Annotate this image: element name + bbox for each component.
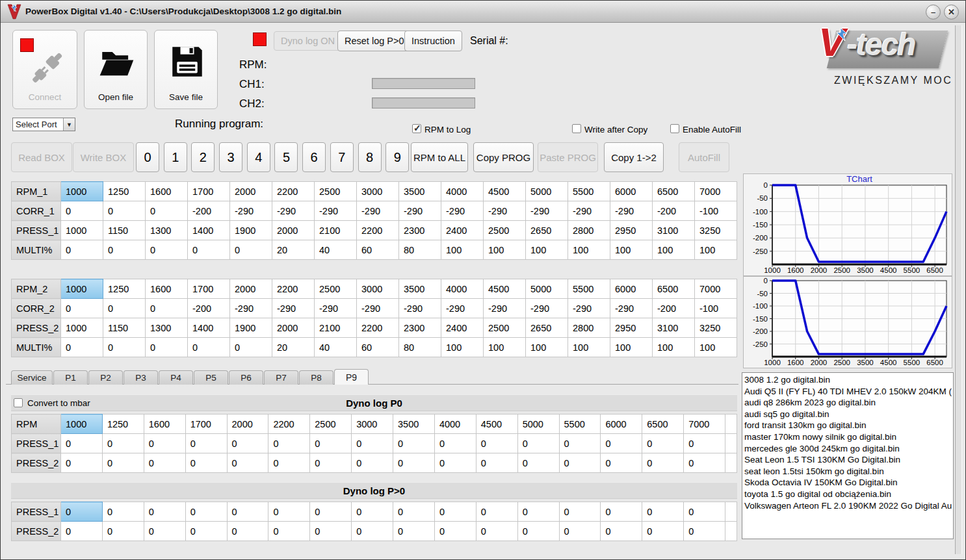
cell[interactable]: 5500: [559, 414, 601, 434]
select-port-dropdown[interactable]: Select Port ▼: [12, 118, 75, 131]
cell[interactable]: 0: [310, 502, 352, 522]
cell[interactable]: 100: [610, 240, 653, 260]
cell[interactable]: 2950: [610, 318, 653, 338]
program-button-1[interactable]: 1: [164, 142, 187, 172]
cell[interactable]: 0: [103, 201, 146, 221]
cell[interactable]: 4000: [441, 182, 484, 201]
cell[interactable]: 2500: [484, 221, 526, 240]
instruction-button[interactable]: Instruction: [404, 31, 462, 51]
cell[interactable]: 1000: [61, 318, 103, 338]
read-box-button[interactable]: Read BOX: [11, 142, 72, 172]
cell[interactable]: 0: [188, 240, 230, 260]
cell[interactable]: 3000: [352, 414, 393, 434]
open-file-button[interactable]: Open file: [84, 30, 148, 109]
cell[interactable]: 5000: [517, 414, 559, 434]
cell[interactable]: 0: [227, 502, 268, 522]
cell[interactable]: 0: [559, 434, 601, 453]
cell[interactable]: 0: [185, 522, 227, 541]
cell[interactable]: 40: [315, 338, 357, 357]
cell[interactable]: 0: [559, 502, 601, 522]
cell[interactable]: 0: [393, 502, 435, 522]
cell[interactable]: 0: [102, 453, 144, 473]
autofill-button[interactable]: AutoFill: [679, 142, 729, 172]
cell[interactable]: 20: [272, 338, 315, 357]
cell[interactable]: 0: [642, 453, 684, 473]
cell[interactable]: 2400: [441, 318, 484, 338]
tab-p4[interactable]: P4: [159, 370, 193, 385]
cell[interactable]: 0: [144, 453, 185, 473]
cell[interactable]: 0: [146, 338, 188, 357]
cell[interactable]: 2300: [399, 221, 441, 240]
cell[interactable]: 0: [310, 453, 352, 473]
cell[interactable]: 2100: [315, 221, 357, 240]
cell[interactable]: 2200: [272, 182, 315, 201]
cell[interactable]: 0: [230, 338, 272, 357]
cell[interactable]: -100: [695, 299, 737, 318]
cell[interactable]: 4500: [484, 182, 526, 201]
cell[interactable]: -290: [441, 299, 484, 318]
cell[interactable]: 0: [310, 522, 352, 541]
cell[interactable]: 0: [393, 522, 435, 541]
cell[interactable]: 1900: [230, 318, 272, 338]
file-list-item[interactable]: master 170km nowy silnik go digital.bin: [744, 431, 953, 443]
cell[interactable]: 0: [684, 502, 725, 522]
close-button[interactable]: ✕: [944, 5, 959, 19]
file-list-item[interactable]: ford transit 130km go digital.bin: [744, 420, 953, 431]
file-list-item[interactable]: 3008 1.2 go digital.bin: [744, 374, 953, 386]
cell[interactable]: -200: [188, 201, 230, 221]
cell[interactable]: 3000: [357, 182, 399, 201]
cell[interactable]: 0: [103, 240, 146, 260]
cell[interactable]: 2650: [526, 221, 568, 240]
cell[interactable]: 60: [357, 338, 399, 357]
cell[interactable]: -290: [610, 201, 653, 221]
cell[interactable]: -290: [526, 201, 568, 221]
cell[interactable]: 1700: [188, 182, 230, 201]
connect-button[interactable]: Connect: [12, 30, 77, 109]
cell[interactable]: 0: [146, 201, 188, 221]
tab-p7[interactable]: P7: [264, 370, 298, 385]
cell[interactable]: -290: [272, 201, 315, 221]
cell[interactable]: 0: [230, 240, 272, 260]
tab-p1[interactable]: P1: [53, 370, 88, 385]
cell[interactable]: 0: [188, 338, 230, 357]
cell[interactable]: 0: [268, 434, 310, 453]
write-box-button[interactable]: Write BOX: [73, 142, 134, 172]
cell[interactable]: 100: [484, 240, 526, 260]
cell[interactable]: 0: [684, 434, 725, 453]
cell[interactable]: 4000: [441, 279, 484, 299]
tab-p2[interactable]: P2: [88, 370, 123, 385]
cell[interactable]: 1000: [61, 182, 103, 201]
cell[interactable]: 0: [393, 434, 435, 453]
cell[interactable]: 2200: [357, 318, 399, 338]
cell[interactable]: 0: [144, 502, 185, 522]
cell[interactable]: 2800: [568, 221, 610, 240]
cell[interactable]: 6000: [601, 414, 642, 434]
cell[interactable]: 0: [434, 453, 476, 473]
tab-p8[interactable]: P8: [299, 370, 333, 385]
cell[interactable]: 0: [601, 522, 642, 541]
cell[interactable]: 100: [441, 240, 484, 260]
cell[interactable]: 1300: [146, 221, 188, 240]
cell[interactable]: 0: [103, 299, 146, 318]
cell[interactable]: -200: [653, 299, 695, 318]
cell[interactable]: 0: [352, 522, 393, 541]
cell[interactable]: 40: [315, 240, 357, 260]
cell[interactable]: -290: [526, 299, 568, 318]
cell[interactable]: 0: [268, 502, 310, 522]
cell[interactable]: 5000: [526, 279, 568, 299]
cell[interactable]: 0: [61, 201, 103, 221]
cell[interactable]: 80: [399, 338, 441, 357]
cell[interactable]: 100: [568, 338, 610, 357]
cell[interactable]: 4000: [434, 414, 476, 434]
cell[interactable]: -290: [484, 299, 526, 318]
cell[interactable]: 2500: [310, 414, 352, 434]
cell[interactable]: 1400: [188, 221, 230, 240]
cell[interactable]: -200: [653, 201, 695, 221]
cell[interactable]: 5000: [526, 182, 568, 201]
cell[interactable]: 0: [146, 299, 188, 318]
program-button-8[interactable]: 8: [358, 142, 382, 172]
cell[interactable]: 0: [642, 434, 684, 453]
cell[interactable]: 2650: [526, 318, 568, 338]
copy-1-to-2-button[interactable]: Copy 1->2: [604, 142, 664, 172]
tab-p5[interactable]: P5: [194, 370, 228, 385]
